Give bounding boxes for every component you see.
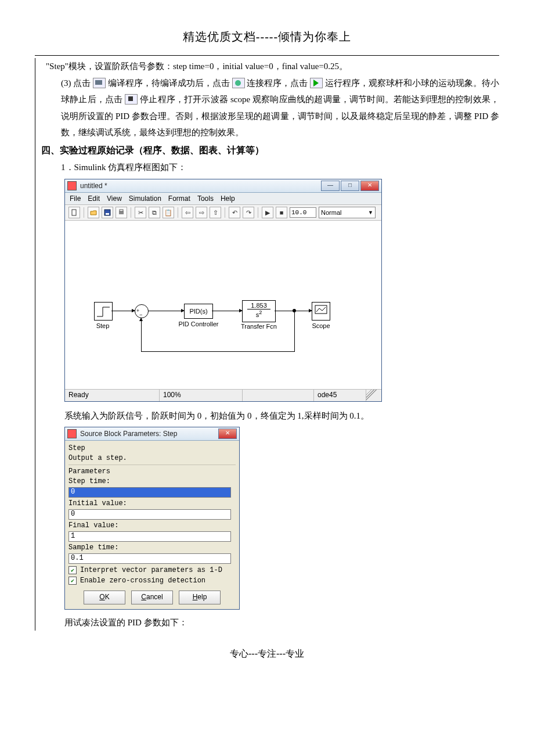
sim-mode-select[interactable]: Normal ▼: [319, 207, 376, 218]
menu-file[interactable]: File: [70, 195, 81, 203]
status-solver: ode45: [314, 390, 366, 401]
sample-time-input[interactable]: 0.1: [68, 553, 231, 564]
stop-time-input[interactable]: [290, 207, 316, 218]
maximize-button[interactable]: □: [341, 181, 359, 191]
back-icon[interactable]: ⇦: [182, 207, 193, 218]
sim-window-title: untitled *: [80, 182, 321, 190]
block-sum[interactable]: + −: [135, 304, 149, 318]
run-icon: [310, 78, 323, 88]
block-transfer-fcn[interactable]: 1.853 s2: [242, 300, 276, 322]
forward-icon[interactable]: ⇨: [196, 207, 207, 218]
sim-titlebar: untitled * — □ ✕: [65, 179, 381, 193]
menu-simulation[interactable]: Simulation: [129, 195, 161, 203]
cancel-button[interactable]: Cancel: [131, 591, 173, 604]
paragraph-procedure: (3) 点击 编译程序，待编译成功后，点击 连接程序，点击 运行程序，观察球杆和…: [38, 75, 499, 141]
zero-crossing-checkbox[interactable]: ✔ Enable zero-crossing detection: [68, 577, 236, 585]
caption-pid-params: 用试凑法设置的 PID 参数如下：: [38, 614, 499, 631]
undo-icon[interactable]: ↶: [229, 207, 240, 218]
simulink-app-icon: [67, 181, 77, 190]
print-icon[interactable]: [116, 207, 127, 218]
cut-icon[interactable]: ✂: [135, 207, 146, 218]
step-time-label: Step time:: [68, 477, 236, 485]
sim-toolbar: ✂ ⧉ 📋 ⇦ ⇨ ⇧ ↶ ↷ ▶ ■ Normal ▼: [65, 205, 381, 221]
step-params-dialog: Source Block Parameters: Step ✕ Step Out…: [64, 427, 240, 610]
chevron-down-icon: ▼: [368, 210, 373, 215]
sample-time-label: Sample time:: [68, 543, 236, 552]
svg-rect-3: [119, 211, 124, 214]
dialog-title: Source Block Parameters: Step: [80, 430, 218, 438]
copy-icon[interactable]: ⧉: [149, 207, 160, 218]
dialog-app-icon: [67, 429, 77, 438]
simulink-window: untitled * — □ ✕ File Edit View Simulati…: [64, 179, 382, 402]
sim-statusbar: Ready 100% ode45: [65, 389, 381, 401]
block-pid-label: PID Controller: [175, 321, 222, 327]
initial-value-input[interactable]: 0: [68, 509, 231, 520]
minimize-button[interactable]: —: [321, 181, 340, 191]
check-icon: ✔: [68, 577, 77, 585]
open-icon[interactable]: [88, 207, 99, 218]
block-tf-label: Transfer Fcn: [237, 323, 281, 330]
dialog-heading: Step: [68, 444, 236, 452]
up-icon[interactable]: ⇧: [210, 207, 221, 218]
menu-format[interactable]: Format: [168, 195, 190, 203]
menu-help[interactable]: Help: [221, 195, 235, 203]
initial-value-label: Initial value:: [68, 499, 236, 507]
page-title: 精选优质文档-----倾情为你奉上: [35, 29, 499, 45]
paste-icon[interactable]: 📋: [163, 207, 174, 218]
block-scope-label: Scope: [308, 322, 334, 329]
status-blank: [243, 390, 314, 401]
dialog-desc: Output a step.: [68, 454, 236, 462]
check-icon: ✔: [68, 566, 77, 574]
svg-rect-0: [72, 210, 76, 215]
block-step-label: Step: [89, 322, 116, 329]
step-time-input[interactable]: 0: [68, 487, 231, 498]
paragraph-step-params: "Step"模块，设置阶跃信号参数：step time=0，initial va…: [38, 58, 499, 75]
stop-sim-icon[interactable]: ■: [276, 207, 287, 218]
block-step[interactable]: [94, 302, 113, 321]
menu-view[interactable]: View: [107, 195, 122, 203]
save-icon[interactable]: [102, 207, 113, 218]
status-ready: Ready: [65, 390, 160, 401]
start-sim-icon[interactable]: ▶: [262, 207, 273, 218]
menu-edit[interactable]: Edit: [88, 195, 100, 203]
params-heading: Parameters: [68, 467, 236, 476]
caption-step-params: 系统输入为阶跃信号，阶跃时间为 0，初始值为 0，终值定为 1,采样时间为 0.…: [38, 408, 499, 424]
svg-rect-2: [106, 213, 109, 215]
final-value-input[interactable]: 1: [68, 531, 231, 542]
sim-canvas[interactable]: Step + − PID(s) PID Controller 1.853: [65, 221, 381, 389]
close-button[interactable]: ✕: [360, 181, 379, 191]
section-4-heading: 四、实验过程原始记录（程序、数据、图表、计算等）: [38, 145, 499, 157]
item-1-text: 1．Simulink 仿真程序框图如下：: [38, 159, 499, 176]
block-pid[interactable]: PID(s): [184, 304, 213, 319]
new-icon[interactable]: [68, 207, 80, 218]
menu-tools[interactable]: Tools: [197, 195, 214, 203]
build-icon: [93, 78, 106, 88]
help-button[interactable]: Help: [179, 591, 221, 604]
connect-icon: [232, 78, 245, 88]
stop-icon: [125, 94, 138, 105]
page-footer: 专心---专注---专业: [35, 648, 499, 660]
status-zoom: 100%: [160, 390, 243, 401]
interpret-vector-checkbox[interactable]: ✔ Interpret vector parameters as 1-D: [68, 566, 236, 574]
redo-icon[interactable]: ↷: [243, 207, 254, 218]
resize-grip-icon[interactable]: [366, 390, 381, 401]
dialog-close-button[interactable]: ✕: [218, 429, 237, 439]
ok-button[interactable]: OK: [84, 591, 125, 604]
svg-rect-4: [120, 210, 123, 211]
sim-menubar: File Edit View Simulation Format Tools H…: [65, 193, 381, 205]
block-scope[interactable]: [312, 302, 330, 321]
final-value-label: Final value:: [68, 521, 236, 530]
